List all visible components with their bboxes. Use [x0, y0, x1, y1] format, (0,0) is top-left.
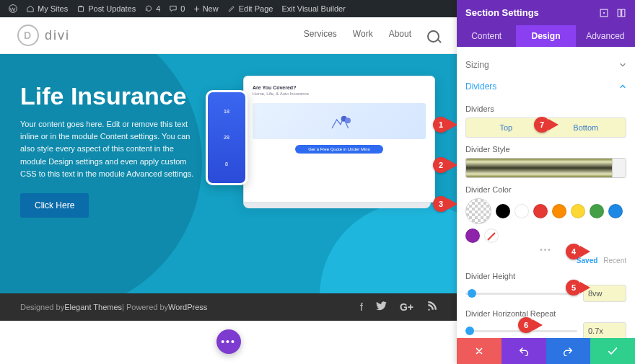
logo-mark: D	[17, 25, 39, 46]
hero-section[interactable]: Life Insurance Your content goes here. E…	[0, 54, 457, 303]
save-button[interactable]	[590, 338, 635, 364]
divider-style-select[interactable]: ▴▾	[465, 158, 626, 178]
footer-sep: | Powered by	[122, 303, 168, 311]
dividers-label: Dividers	[465, 105, 626, 113]
swatch[interactable]	[552, 204, 566, 218]
svg-point-5	[345, 117, 351, 123]
swatch-recent[interactable]: Recent	[603, 257, 626, 265]
panel-header: Section Settings Content Design Advanced	[457, 0, 635, 47]
callout-4: 4	[566, 244, 590, 259]
divider-color-swatches	[465, 198, 626, 243]
laptop-mockup: Are You Covered? Home, Life, & Auto Insu…	[243, 76, 435, 203]
dividers-heading: Dividers	[465, 81, 496, 92]
twitter-icon[interactable]	[376, 301, 387, 314]
swatch[interactable]	[514, 204, 529, 218]
primary-nav: Services Work About	[304, 29, 439, 43]
redo-button[interactable]	[546, 338, 591, 364]
search-icon[interactable]	[427, 30, 439, 43]
laptop-illustration	[253, 103, 426, 139]
panel-actions	[457, 338, 635, 364]
phone-val: 18	[224, 109, 229, 114]
snap-icon[interactable]	[616, 8, 626, 18]
tab-design[interactable]: Design	[516, 25, 575, 47]
tab-content[interactable]: Content	[457, 25, 516, 47]
comments[interactable]: 0	[165, 4, 189, 13]
dividers-toggle[interactable]: Dividers	[465, 76, 626, 97]
cancel-button[interactable]	[457, 338, 502, 364]
divider-height-slider[interactable]	[465, 293, 577, 295]
callout-3: 3	[433, 196, 457, 212]
callout-2: 2	[433, 157, 457, 173]
wp-logo[interactable]	[4, 4, 22, 13]
footer-wp-link[interactable]: WordPress	[168, 303, 207, 311]
laptop-sub: Home, Life, & Auto Insurance	[253, 92, 426, 96]
swatch[interactable]	[571, 204, 585, 218]
panel-tabs: Content Design Advanced	[457, 25, 635, 47]
sizing-label: Sizing	[465, 60, 489, 70]
undo-button[interactable]	[502, 338, 546, 364]
callout-7: 7	[534, 117, 559, 133]
facebook-icon[interactable]: f	[360, 301, 363, 314]
nav-services[interactable]: Services	[304, 29, 337, 43]
phone-val: 28	[224, 135, 229, 140]
swatch-footer: •••	[465, 246, 626, 254]
sizing-toggle[interactable]: Sizing	[465, 54, 626, 76]
section-settings-panel: Section Settings Content Design Advanced…	[457, 0, 635, 364]
nav-work[interactable]: Work	[353, 29, 373, 43]
svg-point-7	[603, 12, 605, 13]
updates[interactable]: Post Updates	[72, 4, 140, 13]
updates-label: Post Updates	[88, 4, 136, 13]
hero-cta-button[interactable]: Click Here	[20, 193, 89, 218]
slider-knob[interactable]	[468, 289, 476, 298]
swatch-none[interactable]	[484, 228, 499, 243]
svg-rect-9	[622, 9, 625, 17]
divider-repeat-value[interactable]: 0.7x	[583, 322, 626, 338]
panel-title: Section Settings	[465, 7, 539, 18]
laptop-base	[243, 203, 431, 208]
rss-icon[interactable]	[426, 301, 437, 314]
swatch[interactable]	[465, 228, 480, 243]
edit-page[interactable]: Edit Page	[223, 4, 278, 13]
phone-mockup: 18 28 8	[206, 90, 248, 185]
swatch-transparent[interactable]	[465, 198, 491, 224]
divider-style-label: Divider Style	[465, 145, 626, 154]
refresh-count: 4	[156, 4, 160, 13]
exit-vb[interactable]: Exit Visual Builder	[277, 4, 349, 13]
exit-vb-label: Exit Visual Builder	[281, 4, 345, 13]
select-arrows-icon: ▴▾	[615, 164, 622, 172]
page-preview: D divi Services Work About Life Insuranc…	[0, 17, 457, 364]
slider-knob[interactable]	[465, 327, 474, 335]
tab-advanced[interactable]: Advanced	[576, 25, 635, 47]
svg-rect-1	[79, 7, 84, 12]
nav-about[interactable]: About	[389, 29, 411, 43]
refresh[interactable]: 4	[140, 4, 165, 13]
hero-title: Life Insurance	[20, 83, 201, 110]
phone-val: 8	[225, 161, 228, 167]
my-sites[interactable]: My Sites	[22, 4, 72, 13]
footer-et-link[interactable]: Elegant Themes	[64, 303, 122, 311]
site-logo[interactable]: D divi	[17, 25, 70, 46]
divider-height-label: Divider Height	[465, 272, 626, 280]
swatch[interactable]	[608, 204, 623, 218]
expand-icon[interactable]	[599, 8, 609, 18]
laptop-heading: Are You Covered?	[253, 85, 426, 90]
swatch[interactable]	[496, 204, 510, 218]
callout-5: 5	[566, 280, 590, 296]
divi-fab-button[interactable]: •••	[216, 329, 241, 354]
comments-count: 0	[180, 4, 185, 13]
swatch[interactable]	[590, 204, 604, 218]
divider-color-label: Divider Color	[465, 185, 626, 194]
swatch[interactable]	[533, 204, 548, 218]
footer-designed: Designed by	[20, 303, 64, 311]
divider-repeat-label: Divider Horizontal Repeat	[465, 309, 626, 318]
my-sites-label: My Sites	[38, 4, 68, 13]
hero-body: Your content goes here. Edit or remove t…	[20, 118, 201, 179]
callout-1: 1	[433, 117, 457, 133]
svg-rect-8	[618, 9, 621, 17]
logo-text: divi	[45, 28, 70, 43]
edit-page-label: Edit Page	[239, 4, 273, 13]
new[interactable]: +New	[189, 3, 222, 14]
site-footer: Designed by Elegant Themes | Powered by …	[0, 293, 457, 321]
new-label: New	[203, 4, 219, 13]
googleplus-icon[interactable]: G+	[400, 301, 413, 314]
